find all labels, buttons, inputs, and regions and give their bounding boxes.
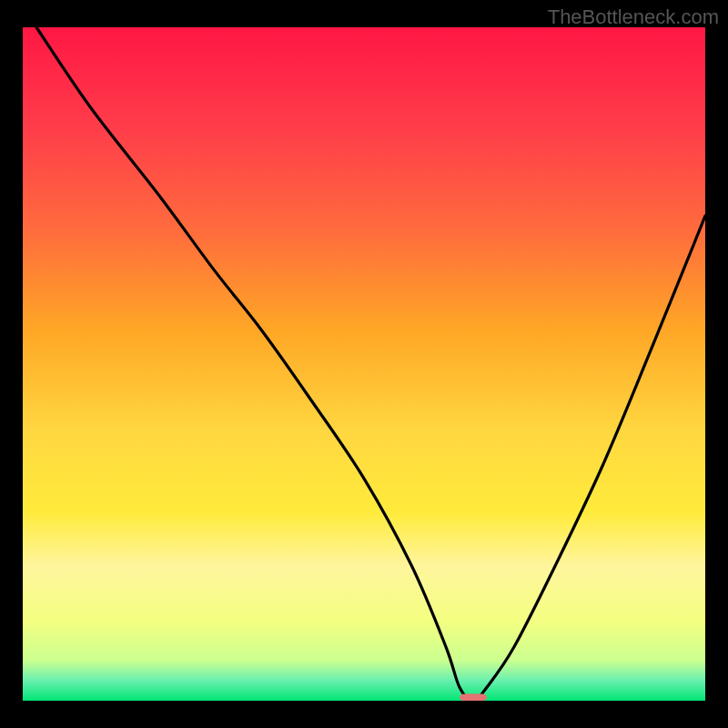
chart-container: TheBottleneck.com: [0, 0, 728, 728]
chart-background: [23, 27, 705, 701]
watermark-text: TheBottleneck.com: [548, 5, 719, 29]
optimal-marker: [460, 694, 487, 701]
bottleneck-chart: [0, 0, 728, 728]
